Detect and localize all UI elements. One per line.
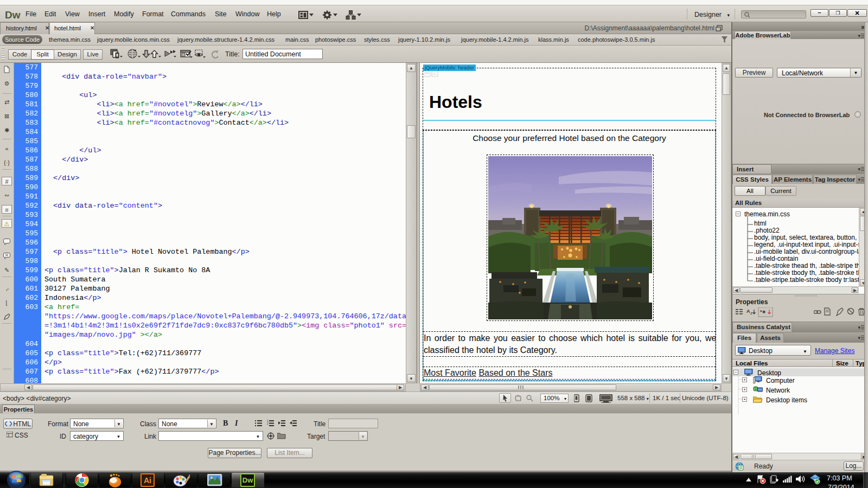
svg-text:z: z [750, 311, 752, 316]
svg-text:*∗: *∗ [760, 309, 766, 314]
svg-text:2: 2 [267, 422, 269, 425]
svg-text:A: A [746, 309, 750, 314]
